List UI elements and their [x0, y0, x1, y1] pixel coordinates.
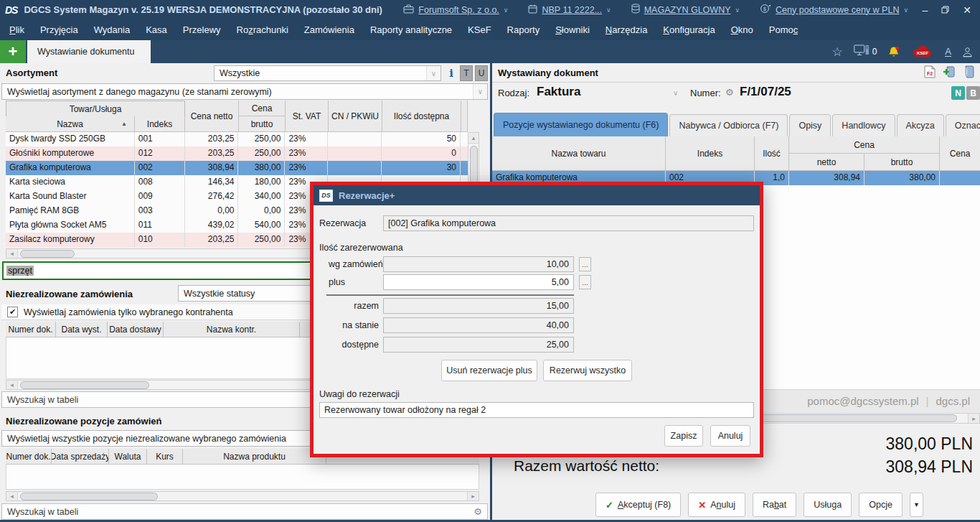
anuluj-button[interactable]: Anuluj: [710, 425, 750, 447]
column-header-netto[interactable]: netto: [789, 154, 864, 171]
titlebar-link[interactable]: MAGAZYN GLOWNY∨: [631, 4, 740, 16]
wg-zamowien-more-button[interactable]: ...: [579, 257, 591, 271]
minimize-button[interactable]: –: [922, 5, 928, 15]
order-items-column-header[interactable]: Kurs: [147, 449, 183, 465]
rodzaj-chevron-icon[interactable]: ∨: [673, 89, 678, 97]
payment-f2-icon[interactable]: F2: [924, 65, 936, 80]
actions-more-button[interactable]: ▼: [910, 493, 923, 517]
anuluj-button[interactable]: ✕Anuluj: [688, 493, 745, 517]
order-items-column-header[interactable]: Nazwa produktu: [183, 449, 326, 465]
menu-item-przelewy[interactable]: Przelewy: [175, 24, 229, 35]
magazine-filter-combobox[interactable]: Wyświetlaj asortyment z danego magazynu …: [1, 83, 488, 100]
menu-item-okno[interactable]: Okno: [723, 24, 761, 35]
scroll-thumb[interactable]: [20, 493, 158, 500]
restore-button[interactable]: [941, 5, 949, 15]
scroll-right-arrow[interactable]: ▸: [968, 414, 979, 423]
gear-icon[interactable]: ⚙: [473, 506, 482, 517]
menu-item-pomoc[interactable]: Pomoc: [761, 24, 806, 35]
menu-item-kasa[interactable]: Kasa: [138, 24, 175, 35]
scroll-thumb[interactable]: [20, 250, 75, 258]
scroll-thumb[interactable]: [470, 146, 478, 185]
support-email[interactable]: pomoc@dgcssystem.pl: [807, 395, 918, 407]
column-header-cn-pkwiu[interactable]: CN / PKWiU: [329, 101, 382, 132]
table-row[interactable]: Dysk twardy SSD 250GB001203,25250,0023%5…: [6, 132, 468, 146]
orders-column-header[interactable]: Data wyst.: [56, 322, 108, 337]
column-header-indeks[interactable]: Indeks: [666, 136, 755, 171]
column-header-ilosc-dostepna[interactable]: Ilość dostępna: [382, 101, 461, 132]
table-row[interactable]: Głośniki komputerowe012203,25250,0023%0: [6, 146, 468, 161]
column-header-towar-usluga[interactable]: Towar/Usługa: [6, 101, 185, 116]
column-header-st-vat[interactable]: St. VAT: [286, 101, 329, 132]
tab-akcyza[interactable]: Akcyza: [897, 114, 944, 136]
titlebar-link[interactable]: Forumsoft Sp. z o.o.∨: [403, 4, 508, 16]
rabat-button[interactable]: Rabat: [753, 493, 796, 517]
ksef-status-icon[interactable]: KSEF: [911, 45, 934, 58]
us-uga-button[interactable]: Usługa: [804, 493, 852, 517]
menu-item-plik[interactable]: Plik: [1, 24, 32, 35]
order-items-column-header[interactable]: Data sprzedaży: [52, 449, 109, 465]
sessions-indicator[interactable]: 0: [854, 45, 877, 59]
column-header-indeks[interactable]: Indeks: [135, 116, 185, 132]
menu-item-wydania[interactable]: Wydania: [86, 24, 138, 35]
tab-oznaczenia-vat[interactable]: Oznaczenia VAT: [946, 114, 980, 136]
opcje-button[interactable]: Opcje: [859, 493, 903, 517]
tab-nabywca-odbiorca-f7[interactable]: Nabywca / Odbiorca (F7): [669, 114, 788, 136]
badge-brutto[interactable]: B: [966, 86, 980, 100]
user-icon[interactable]: [962, 47, 973, 57]
new-tab-button[interactable]: +: [0, 40, 26, 63]
column-header-nazwa-towaru[interactable]: Nazwa towaru: [492, 136, 666, 171]
tab-handlowcy[interactable]: Handlowcy: [832, 114, 895, 136]
asortyment-filter-combobox[interactable]: Wszystkie ∨: [214, 65, 441, 81]
menu-item-sowniki[interactable]: Słowniki: [547, 24, 598, 35]
scroll-left-arrow[interactable]: ◂: [6, 381, 18, 389]
close-document-icon[interactable]: [963, 65, 974, 80]
orders-column-header[interactable]: Nazwa kontr.: [164, 322, 300, 337]
zapisz-button[interactable]: Zapisz: [664, 425, 703, 447]
order-items-column-header[interactable]: Numer dok.: [6, 449, 52, 465]
akceptuj-f8-button[interactable]: ✓Akceptuj (F8): [595, 493, 681, 517]
menu-item-ksef[interactable]: KSeF: [460, 24, 499, 35]
menu-item-raportyanalityczne[interactable]: Raporty analityczne: [362, 24, 460, 35]
orders-checkbox[interactable]: ✔: [7, 307, 18, 317]
rezerwuj-wszystko-button[interactable]: Rezerwuj wszystko: [543, 360, 632, 381]
scroll-thumb[interactable]: [20, 381, 149, 389]
uwagi-field[interactable]: Rezerwowany towar odłożony na regał 2: [319, 402, 754, 418]
column-header-brutto[interactable]: brutto: [864, 154, 940, 171]
titlebar-link[interactable]: $Ceny podstawowe ceny w PLN∨: [760, 4, 908, 16]
numer-gear-icon[interactable]: ⚙: [725, 87, 734, 98]
order-items-hscrollbar[interactable]: ◂ ▸: [6, 491, 479, 501]
badge-netto[interactable]: N: [951, 86, 965, 100]
scroll-left-arrow[interactable]: ◂: [6, 249, 18, 258]
menu-item-raporty[interactable]: Raporty: [499, 24, 548, 35]
column-header-cena-netto[interactable]: Cena netto: [185, 101, 239, 132]
close-button[interactable]: ✕: [963, 5, 971, 15]
order-items-search-input[interactable]: Wyszukaj w tabeli ⚙: [1, 503, 488, 520]
rodzaj-value[interactable]: Faktura: [537, 85, 580, 99]
tab-pozycje-wystawianego-dokumentu-f6[interactable]: Pozycje wystawianego dokumentu (F6): [494, 113, 668, 136]
column-header-cena[interactable]: Cena: [239, 101, 286, 116]
rezerwacje-dialog-titlebar[interactable]: DS Rezerwacje+: [314, 185, 760, 205]
column-header-brutto[interactable]: brutto: [239, 116, 286, 132]
menu-item-konfiguracja[interactable]: Konfiguracja: [655, 24, 722, 35]
scroll-up-arrow[interactable]: ▴: [468, 133, 479, 144]
plus-more-button[interactable]: ...: [579, 275, 591, 289]
scroll-right-arrow[interactable]: ▸: [467, 492, 479, 500]
notifications-bell-icon[interactable]: [887, 46, 900, 58]
tab-opisy[interactable]: Opisy: [789, 114, 831, 136]
column-header-cena-group[interactable]: Cena: [789, 136, 940, 154]
menu-item-przyjcia[interactable]: Przyjęcia: [32, 24, 86, 35]
column-header-nazwa[interactable]: Nazwa ▲: [6, 116, 135, 132]
scroll-left-arrow[interactable]: ◂: [6, 492, 18, 500]
orders-column-header[interactable]: Numer dok.: [6, 322, 56, 337]
order-items-column-header[interactable]: Waluta: [109, 449, 147, 465]
favorites-star-icon[interactable]: ☆: [831, 45, 842, 60]
menu-item-zamwienia[interactable]: Zamówienia: [296, 24, 362, 35]
uslugi-filter-button[interactable]: U: [475, 65, 488, 81]
usun-rezerwacje-plus-button[interactable]: Usuń rezerwacje plus: [441, 360, 537, 381]
menu-item-narzdzia[interactable]: Narzędzia: [598, 24, 656, 35]
add-document-icon[interactable]: [943, 65, 956, 80]
table-row[interactable]: Grafika komputerowa002308,94380,0023%30: [6, 161, 468, 175]
menu-item-rozrachunki[interactable]: Rozrachunki: [229, 24, 296, 35]
font-size-icon[interactable]: A: [945, 47, 951, 57]
orders-column-header[interactable]: Data dostawy: [108, 322, 164, 337]
